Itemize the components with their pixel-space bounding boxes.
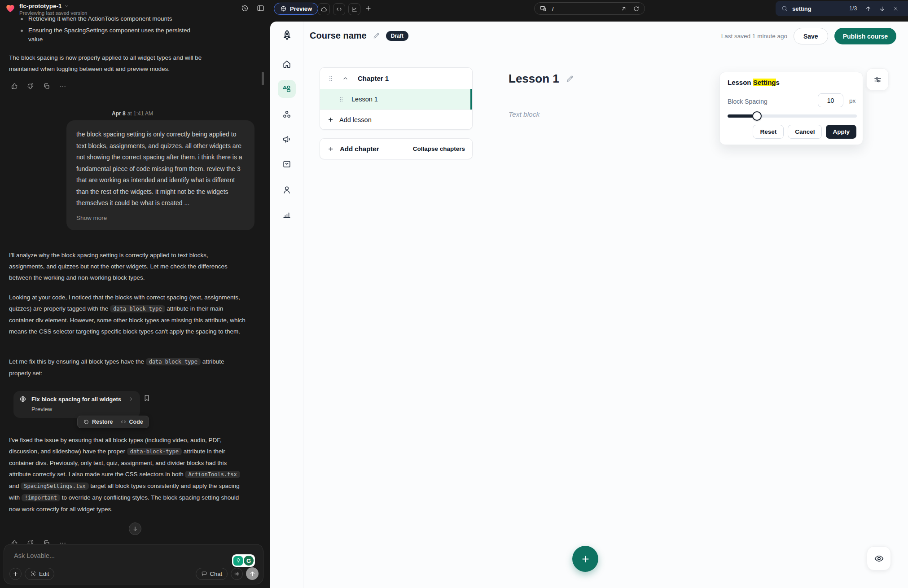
block-spacing-input[interactable] (818, 93, 843, 107)
inline-code: data-block-type (127, 448, 182, 455)
chat-input[interactable] (4, 544, 263, 565)
more-options-button[interactable] (58, 82, 67, 91)
restore-icon (83, 419, 89, 425)
edit-mode-button[interactable]: Edit (25, 568, 54, 580)
chapter-title: Chapter 1 (358, 75, 389, 82)
lightbulb-icon (233, 556, 243, 566)
add-lesson-button[interactable]: Add lesson (320, 110, 472, 129)
nav-groups[interactable] (278, 105, 296, 123)
find-bar: 1/3 (776, 1, 908, 16)
open-external-icon[interactable] (620, 5, 627, 12)
drag-handle-icon[interactable] (327, 75, 334, 82)
circles-icon (282, 110, 292, 119)
block-spacing-slider[interactable] (728, 114, 857, 118)
nav-home[interactable] (278, 55, 296, 73)
add-chapter-button[interactable]: Add chapter (327, 145, 379, 153)
preview-toggle-button[interactable] (867, 546, 891, 570)
assistant-paragraph: The block spacing is now properly applie… (9, 52, 209, 75)
plus-icon (327, 116, 334, 123)
chapter-header[interactable]: Chapter 1 (320, 68, 472, 89)
search-highlight: Setting (753, 79, 776, 86)
settings-toggle-button[interactable] (866, 68, 889, 91)
restore-button[interactable]: Restore (83, 419, 113, 425)
search-icon (781, 5, 788, 12)
lesson-heading-row: Lesson 1 (509, 72, 574, 86)
course-header: Course name Draft (310, 31, 408, 41)
user-message: the block spacing setting is only correc… (66, 120, 254, 230)
cloud-button[interactable] (318, 3, 330, 15)
show-more-button[interactable]: Show more (76, 215, 107, 221)
analytics-button[interactable] (348, 3, 360, 15)
list-item: Retrieving it when the ActionTools compo… (21, 14, 200, 23)
plus-icon (327, 145, 334, 153)
drag-handle-icon[interactable] (338, 96, 345, 103)
edit-lesson-title-icon[interactable] (566, 75, 574, 83)
find-next-button[interactable] (879, 5, 886, 12)
version-card[interactable]: Fix block spacing for all widgets Previe… (13, 391, 140, 418)
code-icon (120, 419, 127, 425)
arrow-up-icon (249, 570, 256, 577)
match-count: 1/3 (849, 5, 857, 12)
voice-button[interactable] (231, 568, 243, 580)
url-path[interactable]: / (552, 5, 615, 12)
edit-course-name-icon[interactable] (373, 32, 380, 39)
bookmark-button[interactable] (143, 394, 151, 402)
nav-profile[interactable] (278, 181, 296, 199)
devices-icon[interactable] (540, 5, 547, 12)
scroll-to-bottom-button[interactable] (129, 522, 141, 535)
nav-content[interactable] (278, 80, 296, 98)
slider-thumb[interactable] (752, 111, 762, 121)
thumbs-down-button[interactable] (26, 82, 35, 91)
user-icon (282, 185, 292, 195)
eye-icon (874, 553, 884, 564)
cancel-button[interactable]: Cancel (788, 125, 822, 139)
inline-code: data-block-type (146, 358, 201, 365)
add-block-fab[interactable] (572, 546, 598, 572)
refresh-icon[interactable] (633, 5, 640, 12)
publish-button[interactable]: Publish course (834, 28, 896, 44)
app-sidebar (270, 22, 303, 588)
nav-announcements[interactable] (278, 131, 296, 149)
find-prev-button[interactable] (865, 5, 872, 12)
copy-button[interactable] (42, 82, 51, 91)
save-button[interactable]: Save (794, 28, 828, 44)
grammarly-badge[interactable]: G (232, 554, 255, 567)
chat-scrollbar[interactable] (262, 72, 264, 85)
reset-button[interactable]: Reset (753, 125, 784, 139)
search-input[interactable] (792, 5, 845, 12)
globe-icon (19, 395, 26, 403)
add-tab-button[interactable] (364, 4, 372, 12)
nav-analytics[interactable] (278, 206, 296, 224)
thumbs-up-button[interactable] (10, 82, 19, 91)
url-bar[interactable]: / (534, 2, 645, 15)
list-item: Ensuring the SpacingSettings component u… (21, 26, 200, 44)
chevron-up-icon[interactable] (342, 75, 349, 82)
select-edit-icon (30, 570, 36, 577)
lesson-heading: Lesson 1 (509, 72, 559, 86)
chart-icon (351, 6, 358, 13)
inline-code: ActionTools.tsx (185, 471, 240, 478)
message-timestamp: Apr 8at 1:41 AM (0, 110, 265, 117)
collapse-chapters-button[interactable]: Collapse chapters (413, 145, 465, 152)
code-view-button[interactable] (333, 3, 345, 15)
preview-button[interactable]: Preview (274, 3, 318, 15)
last-saved-text: Last saved 1 minute ago (721, 33, 787, 39)
app-window: flc-prototype-1 Previewing last saved ve… (0, 0, 908, 588)
chat-bubble-icon (201, 570, 207, 577)
inline-code: data-block-type (110, 305, 165, 312)
preview-link[interactable]: Preview (31, 406, 134, 412)
code-icon (336, 6, 342, 13)
pocket-icon (282, 159, 292, 169)
message-actions (10, 82, 67, 91)
assistant-paragraph: Looking at your code, I noticed that the… (9, 292, 246, 337)
apply-button[interactable]: Apply (826, 125, 856, 139)
attach-button[interactable] (9, 568, 22, 580)
text-block-placeholder[interactable]: Text block (509, 110, 540, 118)
send-button[interactable] (246, 567, 259, 580)
nav-inbox[interactable] (278, 155, 296, 173)
find-close-button[interactable] (893, 5, 899, 12)
chat-mode-button[interactable]: Chat (196, 568, 228, 580)
lesson-item[interactable]: Lesson 1 (320, 89, 472, 110)
code-button[interactable]: Code (120, 419, 143, 425)
plus-icon (364, 4, 372, 12)
